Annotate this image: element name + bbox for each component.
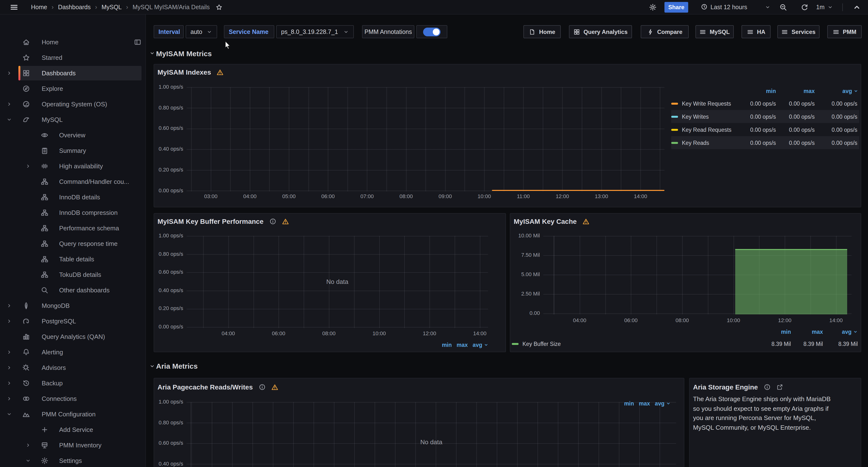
nav-button-mysql[interactable]: MySQL — [695, 25, 734, 38]
sidebar-item-connections[interactable]: Connections — [0, 391, 145, 406]
legend-sort-min[interactable]: min — [624, 401, 634, 406]
refresh-interval-chevron-icon[interactable] — [827, 4, 833, 10]
legend-sort-max[interactable]: max — [639, 401, 650, 406]
chevron-right-icon[interactable] — [6, 365, 12, 371]
chart-plot-myisam-indexes[interactable] — [187, 87, 664, 191]
sidebar-item-pmm-inventory[interactable]: PMM Inventory — [0, 437, 145, 453]
sidebar-item-add-service[interactable]: Add Service — [0, 422, 145, 437]
dock-sidebar-icon[interactable] — [134, 38, 142, 46]
sidebar-item-mysql[interactable]: MySQL — [0, 112, 145, 127]
panel-title-myisam-indexes[interactable]: MyISAM Indexes — [157, 68, 224, 76]
chart-plot-key-cache[interactable] — [543, 236, 851, 314]
interval-variable-dropdown[interactable]: auto — [186, 25, 217, 38]
main-menu-button[interactable] — [10, 3, 19, 12]
pmm-annotations-toggle[interactable] — [423, 27, 440, 36]
warning-icon[interactable] — [583, 218, 589, 225]
breadcrumb-home[interactable]: Home — [31, 4, 47, 10]
sidebar-item-performance-schema[interactable]: Performance schema — [0, 221, 145, 236]
legend-sort-avg[interactable]: avg — [472, 342, 489, 348]
time-range-clock-icon[interactable] — [701, 3, 708, 10]
panel-title-key-cache[interactable]: MyISAM Key Cache — [514, 217, 589, 226]
info-icon[interactable] — [258, 384, 265, 391]
legend-series-toggle[interactable]: Key Read Requests — [671, 127, 737, 133]
legend-sort-avg[interactable]: avg — [823, 329, 858, 335]
chevron-right-icon[interactable] — [6, 349, 12, 355]
sidebar-item-other-dashboards[interactable]: Other dashboards — [0, 282, 145, 298]
sidebar-item-explore[interactable]: Explore — [0, 81, 145, 96]
nav-button-compare[interactable]: Compare — [641, 25, 689, 38]
refresh-icon[interactable] — [801, 3, 808, 11]
sidebar-item-postgresql[interactable]: PostgreSQL — [0, 313, 145, 329]
legend-sort-avg[interactable]: avg — [655, 401, 671, 406]
panel-title-aria-storage-engine[interactable]: Aria Storage Engine — [693, 383, 783, 392]
chevron-down-icon[interactable] — [6, 411, 12, 417]
breadcrumb-dashboards[interactable]: Dashboards — [58, 4, 91, 10]
section-title-aria-metrics[interactable]: Aria Metrics — [156, 362, 198, 370]
info-icon[interactable] — [764, 384, 771, 391]
sidebar-item-command-handler-counters[interactable]: Command/Handler cou... — [0, 174, 145, 190]
chevron-down-icon[interactable] — [6, 117, 12, 123]
sidebar-item-backup[interactable]: Backup — [0, 375, 145, 391]
nav-button-pmm[interactable]: PMM — [827, 25, 862, 38]
sidebar-item-mysql-summary[interactable]: Summary — [0, 143, 145, 158]
chevron-down-icon[interactable] — [25, 458, 31, 464]
share-button[interactable]: Share — [664, 2, 688, 12]
legend-sort-max[interactable]: max — [791, 329, 823, 335]
chevron-right-icon[interactable] — [25, 163, 31, 169]
nav-button-home[interactable]: Home — [523, 25, 561, 38]
zoom-out-icon[interactable] — [779, 3, 787, 11]
sidebar-item-innodb-compression[interactable]: InnoDB compression — [0, 205, 145, 221]
warning-icon[interactable] — [217, 69, 224, 75]
chevron-right-icon[interactable] — [6, 318, 12, 324]
sidebar-item-mongodb[interactable]: MongoDB — [0, 298, 145, 313]
legend-sort-min[interactable]: min — [442, 342, 452, 348]
chevron-right-icon[interactable] — [6, 396, 12, 402]
warning-icon[interactable] — [271, 384, 278, 391]
time-range-picker[interactable]: Last 12 hours — [711, 4, 747, 10]
legend-sort-max[interactable]: max — [776, 88, 815, 94]
chevron-right-icon[interactable] — [6, 101, 12, 107]
refresh-interval-value[interactable]: 1m — [816, 4, 825, 10]
chart-plot-aria-pagecache[interactable] — [187, 402, 676, 467]
legend-sort-min[interactable]: min — [737, 88, 776, 94]
legend-series-toggle[interactable]: Key Reads — [671, 140, 737, 145]
panel-title-aria-pagecache[interactable]: Aria Pagecache Reads/Writes — [157, 383, 278, 392]
breadcrumb-mysql[interactable]: MySQL — [101, 4, 122, 10]
sidebar-item-settings[interactable]: Settings — [0, 453, 145, 467]
sidebar-item-pmm-configuration[interactable]: PMM Configuration — [0, 406, 145, 422]
legend-sort-max[interactable]: max — [457, 342, 468, 348]
nav-button-services[interactable]: Services — [777, 25, 819, 38]
external-link-icon[interactable] — [776, 384, 783, 391]
section-collapse-chevron-icon[interactable] — [149, 51, 155, 56]
sidebar-item-alerting[interactable]: Alerting — [0, 344, 145, 360]
chevron-right-icon[interactable] — [25, 442, 31, 448]
sidebar-item-home[interactable]: Home — [0, 34, 145, 50]
sidebar-item-advisors[interactable]: Advisors — [0, 360, 145, 375]
service-name-variable-dropdown[interactable]: ps_8.0_3.19.228.7_1 — [276, 25, 354, 38]
legend-sort-min[interactable]: min — [757, 329, 791, 335]
warning-icon[interactable] — [282, 218, 289, 225]
legend-series-toggle[interactable]: Key Write Requests — [671, 101, 737, 106]
panel-title-key-buffer-performance[interactable]: MyISAM Key Buffer Performance — [157, 217, 289, 226]
sidebar-item-high-availability[interactable]: High availability — [0, 158, 145, 174]
favorite-star-icon[interactable] — [216, 4, 222, 10]
sidebar-item-mysql-overview[interactable]: Overview — [0, 127, 145, 143]
sidebar-item-table-details[interactable]: Table details — [0, 252, 145, 267]
legend-series-toggle[interactable]: Key Writes — [671, 113, 737, 120]
sidebar-item-tokudb-details[interactable]: TokuDB details — [0, 267, 145, 282]
chevron-right-icon[interactable] — [6, 380, 12, 386]
sidebar-item-operating-system[interactable]: Operating System (OS) — [0, 96, 145, 112]
sidebar-item-starred[interactable]: Starred — [0, 50, 145, 65]
kiosk-mode-caret-icon[interactable] — [853, 3, 861, 11]
sidebar-item-dashboards[interactable]: Dashboards — [0, 65, 145, 81]
sidebar-item-innodb-details[interactable]: InnoDB details — [0, 190, 145, 205]
chevron-right-icon[interactable] — [6, 70, 12, 76]
chevron-right-icon[interactable] — [6, 303, 12, 309]
nav-button-query-analytics[interactable]: Query Analytics — [569, 25, 632, 38]
time-range-chevron-icon[interactable] — [765, 4, 771, 10]
section-collapse-chevron-icon[interactable] — [149, 363, 155, 369]
sidebar-item-query-response-time[interactable]: Query response time — [0, 236, 145, 252]
sidebar-item-query-analytics[interactable]: Query Analytics (QAN) — [0, 329, 145, 344]
legend-sort-avg[interactable]: avg — [815, 88, 859, 94]
nav-button-ha[interactable]: HA — [742, 25, 771, 38]
